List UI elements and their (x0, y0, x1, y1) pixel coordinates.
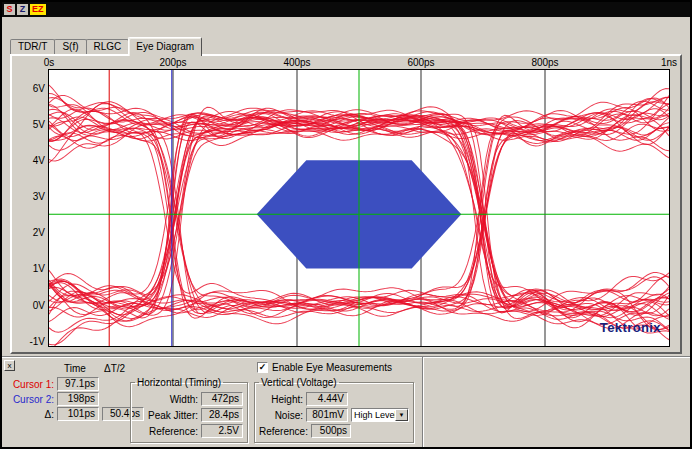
width-value: 472ps (201, 392, 243, 406)
measurement-panel: x Time ΔT/2 Cursor 1: 97.1ps Cursor 2: 1… (2, 356, 690, 447)
noise-row: Noise: 801mV High Level ▼ (259, 408, 409, 422)
vertical-reference-row: Reference: 500ps (259, 424, 409, 438)
tab-rlgc[interactable]: RLGC (86, 39, 130, 54)
cursor2-value: 198ps (57, 392, 99, 406)
cursor2-label: Cursor 2: (8, 394, 54, 405)
y-axis-tick-label: 4V (33, 155, 45, 166)
tektronix-watermark: Tektronix (600, 320, 661, 335)
vertical-voltage-title: Vertical (Voltage) (259, 377, 339, 388)
width-label: Width: (135, 394, 198, 405)
combo-dropdown-arrow-icon[interactable]: ▼ (395, 409, 408, 421)
eye-diagram-plot[interactable]: Tektronix 0s200ps400ps600ps800ps1ns6V5V4… (48, 69, 670, 347)
delta-row: Δ: 101ps 50.4ps (8, 407, 144, 421)
peak-jitter-label: Peak Jitter: (135, 410, 198, 421)
x-axis-tick-label: 800ps (531, 57, 558, 68)
y-axis-tick-label: 5V (33, 119, 45, 130)
tab-s-f[interactable]: S(f) (54, 39, 86, 54)
enable-eye-measurements-checkbox[interactable]: ✓ Enable Eye Measurements (257, 362, 392, 373)
noise-level-select[interactable]: High Level ▼ (351, 408, 409, 422)
app-window: S Z EZ TDR/T S(f) RLGC Eye Diagram Tektr… (0, 0, 692, 449)
horizontal-reference-value: 2.5V (201, 424, 243, 438)
height-value: 4.44V (306, 392, 348, 406)
noise-value: 801mV (306, 408, 348, 422)
tab-eye-diagram[interactable]: Eye Diagram (128, 37, 202, 56)
horizontal-timing-group: Horizontal (Timing) Width: 472ps Peak Ji… (130, 377, 248, 443)
horizontal-timing-title: Horizontal (Timing) (135, 377, 223, 388)
vertical-reference-label: Reference: (259, 426, 308, 437)
horizontal-reference-label: Reference: (135, 426, 198, 437)
peak-jitter-value: 28.4ps (201, 408, 243, 422)
y-axis-tick-label: 0V (33, 299, 45, 310)
title-bar: S Z EZ (2, 2, 690, 17)
app-icon-ez[interactable]: EZ (30, 4, 46, 15)
cursor2-row: Cursor 2: 198ps (8, 392, 99, 406)
y-axis-tick-label: 1V (33, 263, 45, 274)
vertical-reference-value: 500ps (311, 424, 351, 438)
app-icon-s[interactable]: S (4, 4, 15, 15)
eye-diagram-canvas[interactable] (49, 70, 669, 346)
eye-diagram-page: Tektronix 0s200ps400ps600ps800ps1ns6V5V4… (10, 54, 682, 354)
horizontal-reference-row: Reference: 2.5V (135, 424, 243, 438)
noise-label: Noise: (259, 410, 303, 421)
checkbox-check-icon[interactable]: ✓ (257, 362, 268, 373)
noise-level-selected-value[interactable]: High Level (352, 409, 395, 421)
close-panel-button[interactable]: x (4, 360, 15, 371)
cursor1-value: 97.1ps (57, 377, 99, 391)
time-column-header: Time (64, 363, 86, 374)
delta-t2-column-header: ΔT/2 (104, 363, 125, 374)
enable-eye-measurements-label: Enable Eye Measurements (272, 362, 392, 373)
panel-divider (422, 357, 424, 447)
x-axis-tick-label: 0s (44, 57, 55, 68)
y-axis-tick-label: 2V (33, 227, 45, 238)
cursor1-label: Cursor 1: (8, 379, 54, 390)
delta-label: Δ: (8, 409, 54, 420)
y-axis-tick-label: 6V (33, 83, 45, 94)
tab-bar: TDR/T S(f) RLGC Eye Diagram (10, 36, 201, 56)
cursor1-row: Cursor 1: 97.1ps (8, 377, 99, 391)
x-axis-tick-label: 200ps (159, 57, 186, 68)
app-icon-z[interactable]: Z (17, 4, 28, 15)
x-axis-tick-label: 600ps (407, 57, 434, 68)
tab-tdr-t[interactable]: TDR/T (10, 39, 55, 54)
delta-time-value: 101ps (57, 407, 99, 421)
width-row: Width: 472ps (135, 392, 243, 406)
height-row: Height: 4.44V (259, 392, 409, 406)
vertical-voltage-group: Vertical (Voltage) Height: 4.44V Noise: … (254, 377, 414, 443)
y-axis-tick-label: -1V (29, 335, 45, 346)
x-axis-tick-label: 1ns (661, 57, 677, 68)
y-axis-tick-label: 3V (33, 191, 45, 202)
height-label: Height: (259, 394, 303, 405)
x-axis-tick-label: 400ps (283, 57, 310, 68)
peak-jitter-row: Peak Jitter: 28.4ps (135, 408, 243, 422)
